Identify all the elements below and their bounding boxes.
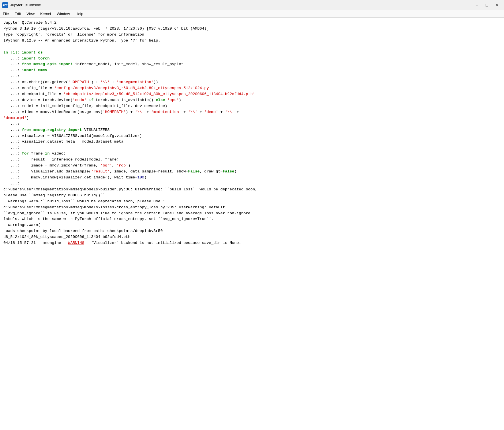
code-in1-line13: ...: xyxy=(3,121,501,127)
warning-cross-entropy-4: warnings.warn( xyxy=(3,222,501,228)
blank-line-1 xyxy=(3,44,501,50)
code-in1-line8: ...: checkpoint_file = 'checkpoints/deep… xyxy=(3,91,501,97)
visualizer-warning: 04/18 15:57:21 - mmengine - WARNING - `V… xyxy=(3,240,501,246)
warning-build-loss-2: please use ``mmseg.registry.MODELS.build… xyxy=(3,193,501,199)
title-bar: IPy Jupyter QtConsole − □ ✕ xyxy=(0,0,504,10)
code-in1-line12: 'demo.mp4') xyxy=(3,115,501,121)
code-in1-line16: ...: visualizer.dataset_meta = model.dat… xyxy=(3,139,501,145)
info-line-1: Jupyter QtConsole 5.4.2 xyxy=(3,20,501,26)
code-in1-line1: In [1]: import os xyxy=(3,50,501,56)
menu-file[interactable]: File xyxy=(0,11,12,17)
warning-cross-entropy-2: ``avg_non_ignore`` is False, if you woul… xyxy=(3,211,501,217)
code-in1-line23: ...: xyxy=(3,181,501,187)
console-area: Jupyter QtConsole 5.4.2 Python 3.10.10 (… xyxy=(0,18,504,248)
code-in1-line2: ...: import torch xyxy=(3,56,501,62)
code-in1-line4: ...: import mmcv xyxy=(3,67,501,73)
code-in1-line7: ...: config_file = 'configs/deeplabv3/de… xyxy=(3,85,501,91)
code-in1-line10: ...: model = init_model(config_file, che… xyxy=(3,103,501,109)
title-bar-left: IPy Jupyter QtConsole xyxy=(2,2,41,8)
menu-view[interactable]: View xyxy=(24,11,37,17)
menu-edit[interactable]: Edit xyxy=(12,11,24,17)
code-in1-line18: ...: for frame in video: xyxy=(3,151,501,157)
code-in1-line9: ...: device = torch.device('cuda' if tor… xyxy=(3,97,501,103)
code-in1-line3: ...: from mmseg.apis import inference_mo… xyxy=(3,61,501,67)
code-in1-line11: ...: video = mmcv.VideoReader(os.getenv(… xyxy=(3,109,501,115)
code-in1-line17: ...: xyxy=(3,145,501,151)
info-line-3: Type 'copyright', 'credits' or 'license'… xyxy=(3,32,501,38)
window-controls: − □ ✕ xyxy=(472,2,502,9)
menu-bar: File Edit View Kernel Window Help xyxy=(0,10,504,18)
window-title: Jupyter QtConsole xyxy=(10,3,41,7)
checkpoint-line-2: d8_512x1024_80k_cityscapes_20200606_1134… xyxy=(3,234,501,240)
code-in1-line20: ...: image = mmcv.imconvert(frame, 'bgr'… xyxy=(3,163,501,169)
menu-kernel[interactable]: Kernel xyxy=(37,11,54,17)
code-in1-line15: ...: visualizer = VISUALIZERS.build(mode… xyxy=(3,133,501,139)
app-icon-text: IPy xyxy=(3,3,8,7)
code-in1-line14: ...: from mmseg.registry import VISUALIZ… xyxy=(3,127,501,133)
info-line-2: Python 3.10.10 (tags/v3.10.10:aad5f6a, F… xyxy=(3,26,501,32)
code-in1-line19: ...: result = inference_model(model, fra… xyxy=(3,157,501,163)
code-in1-line6: ...: os.chdir((os.getenv('HOMEPATH') + '… xyxy=(3,79,501,85)
code-in1-line21: ...: visualizer.add_datasample('result',… xyxy=(3,169,501,175)
info-line-4: IPython 8.12.0 -- An enhanced Interactiv… xyxy=(3,38,501,44)
close-button[interactable]: ✕ xyxy=(493,2,502,9)
warning-build-loss-3: warnings.warn('``build_loss`` would be d… xyxy=(3,199,501,205)
app-icon: IPy xyxy=(2,2,8,8)
menu-window[interactable]: Window xyxy=(54,11,73,17)
checkpoint-line-1: Loads checkpoint by local backend from p… xyxy=(3,228,501,234)
warning-cross-entropy-3: labels, which is the same with PyTorch o… xyxy=(3,216,501,222)
code-in1-line22: ...: mmcv.imshow(visualizer.get_image(),… xyxy=(3,175,501,181)
menu-help[interactable]: Help xyxy=(73,11,86,17)
warning-cross-entropy-1: c:\users\user\mmsegmentation\mmseg\model… xyxy=(3,205,501,211)
code-in1-line5: ...: xyxy=(3,73,501,79)
maximize-button[interactable]: □ xyxy=(482,2,491,9)
warning-build-loss-1: c:\users\user\mmsegmentation\mmseg\model… xyxy=(3,187,501,193)
minimize-button[interactable]: − xyxy=(472,2,481,9)
